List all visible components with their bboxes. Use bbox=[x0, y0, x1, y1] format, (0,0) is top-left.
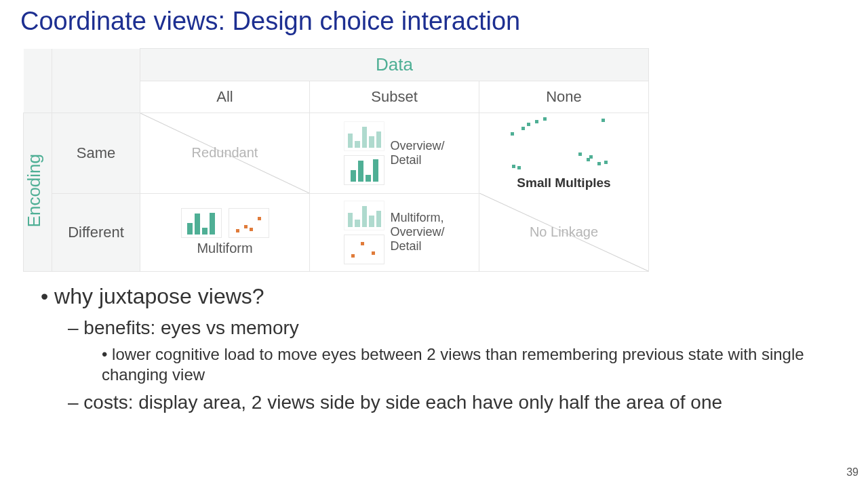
bar-chart-icon bbox=[344, 201, 384, 230]
scatter-icon bbox=[229, 208, 269, 238]
bullet-list: why juxtapose views? benefits: eyes vs m… bbox=[41, 284, 848, 413]
cell-diff-none: No Linkage bbox=[479, 193, 649, 271]
bar-chart-icon bbox=[344, 155, 384, 185]
design-choice-table: Data All Subset None Encoding Same Redun… bbox=[23, 48, 647, 272]
encoding-header: Encoding bbox=[24, 154, 52, 227]
row-different: Different bbox=[52, 193, 140, 271]
data-header: Data bbox=[140, 49, 649, 81]
bullet-l1: why juxtapose views? bbox=[41, 284, 848, 309]
bar-chart-icon bbox=[344, 121, 384, 151]
scatter-icon bbox=[507, 116, 554, 140]
bullet-l2: benefits: eyes vs memory bbox=[68, 317, 848, 339]
cell-same-subset: Overview/ Detail bbox=[310, 113, 479, 194]
row-same: Same bbox=[52, 113, 140, 194]
scatter-icon bbox=[344, 235, 384, 264]
col-all: All bbox=[140, 81, 310, 113]
scatter-icon bbox=[574, 147, 622, 171]
col-subset: Subset bbox=[310, 81, 479, 113]
cell-same-all: Redundant bbox=[140, 113, 310, 194]
bullet-l2: costs: display area, 2 views side by sid… bbox=[68, 392, 848, 413]
cell-diff-all: Multiform bbox=[140, 193, 310, 271]
cell-small-multiples: Small Multiples bbox=[479, 113, 649, 194]
page-number: 39 bbox=[846, 466, 859, 479]
slide-title: Coordinate views: Design choice interact… bbox=[20, 7, 848, 36]
bar-chart-icon bbox=[181, 208, 222, 238]
scatter-icon bbox=[574, 116, 622, 140]
cell-diff-subset: Multiform, Overview/ Detail bbox=[310, 193, 479, 271]
bullet-l3: lower cognitive load to move eyes betwee… bbox=[102, 344, 848, 385]
scatter-icon bbox=[507, 147, 554, 171]
col-none: None bbox=[479, 81, 649, 113]
